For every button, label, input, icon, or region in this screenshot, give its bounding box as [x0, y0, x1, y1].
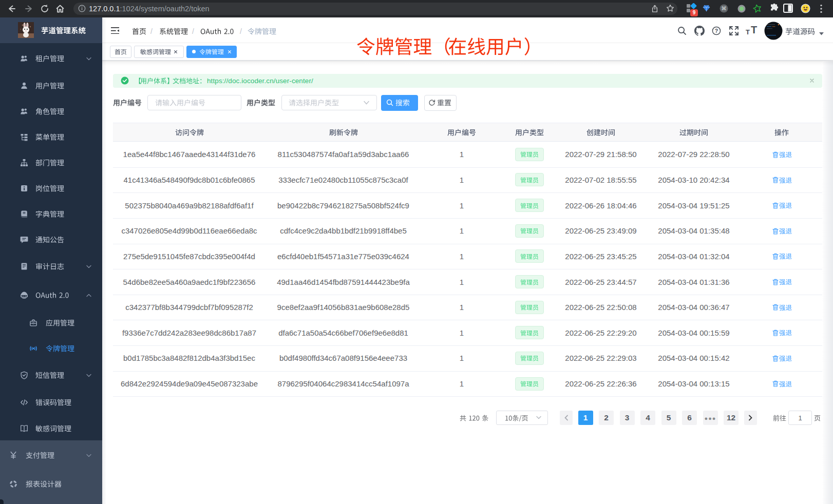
svg-text:⌘: ⌘: [722, 6, 727, 11]
svg-text:?: ?: [715, 28, 718, 34]
